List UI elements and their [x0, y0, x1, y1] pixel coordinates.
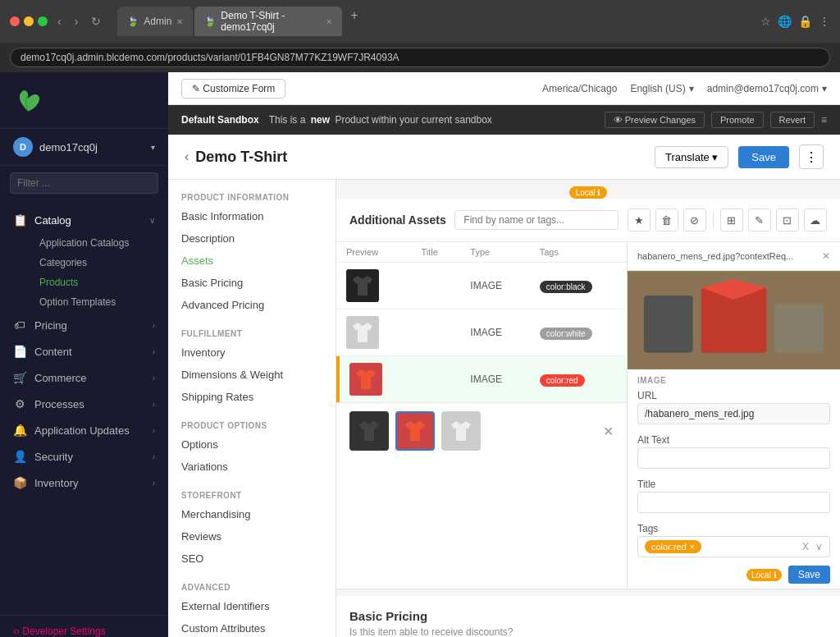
- promote-btn[interactable]: Promote: [711, 112, 764, 128]
- assets-search-input[interactable]: [454, 210, 619, 230]
- sandbox-menu-icon[interactable]: ≡: [821, 114, 827, 126]
- tag-chip-remove-btn[interactable]: ×: [690, 543, 695, 552]
- developer-settings-link[interactable]: ‹› Developer Settings: [13, 626, 155, 637]
- left-nav-dimensions[interactable]: Dimensions & Weight: [168, 364, 336, 386]
- translate-btn[interactable]: Translate ▾: [655, 146, 728, 168]
- left-nav-custom-attrs[interactable]: Custom Attributes: [168, 617, 336, 637]
- back-icon[interactable]: ‹: [185, 149, 189, 164]
- table-row[interactable]: IMAGE color:black: [336, 263, 627, 309]
- local-badge-container: Local ℹ: [336, 180, 840, 199]
- more-options-btn[interactable]: ⋮: [799, 144, 824, 169]
- edit-btn[interactable]: ✎: [748, 209, 771, 231]
- revert-btn[interactable]: Revert: [770, 112, 815, 128]
- customize-form-btn[interactable]: ✎ Customize Form: [181, 79, 285, 99]
- left-nav-shipping-rates[interactable]: Shipping Rates: [168, 386, 336, 408]
- sidebar-item-categories[interactable]: Categories: [26, 253, 168, 273]
- sidebar-search-input[interactable]: [10, 172, 158, 194]
- thumbnail-red[interactable]: [395, 411, 435, 451]
- sidebar-item-processes[interactable]: ⚙ Processes ›: [0, 391, 168, 417]
- image-filename: habanero_mens_red.jpg?contextReq...: [637, 251, 822, 261]
- sidebar-item-pricing[interactable]: 🏷 Pricing ›: [0, 312, 168, 338]
- left-nav-inventory[interactable]: Inventory: [168, 341, 336, 364]
- forward-btn[interactable]: ›: [71, 13, 82, 30]
- left-nav-assets[interactable]: Assets: [168, 250, 336, 272]
- sidebar-footer: ‹› Developer Settings: [0, 615, 168, 637]
- left-nav-variations[interactable]: Variations: [168, 456, 336, 478]
- sidebar-user[interactable]: D demo17cq0j ▾: [0, 129, 168, 166]
- left-nav-external-ids[interactable]: External Identifiers: [168, 595, 336, 617]
- asset-type-cell: IMAGE: [460, 356, 529, 403]
- sidebar-item-option-templates[interactable]: Option Templates: [26, 292, 168, 312]
- left-nav-description[interactable]: Description: [168, 227, 336, 250]
- preview-changes-btn[interactable]: 👁 Preview Changes: [605, 112, 705, 128]
- asset-title-cell: [412, 263, 461, 309]
- left-nav-seo[interactable]: SEO: [168, 548, 336, 570]
- cloud-btn[interactable]: ☁: [804, 209, 827, 231]
- row-selected-indicator: [336, 356, 340, 402]
- sidebar-item-catalog[interactable]: 📋 Catalog ∨: [0, 207, 168, 233]
- block-btn[interactable]: ⊘: [683, 209, 706, 231]
- tab-admin-close[interactable]: ✕: [176, 17, 183, 26]
- copy-btn[interactable]: ⊡: [776, 209, 799, 231]
- sandbox-info: Default Sandbox This is a new Product wi…: [181, 114, 492, 126]
- tags-clear-btn[interactable]: X: [799, 541, 812, 552]
- col-preview: Preview: [336, 242, 412, 263]
- left-nav-basic-pricing[interactable]: Basic Pricing: [168, 272, 336, 294]
- star-btn[interactable]: ★: [628, 209, 651, 231]
- language-label: English (US): [630, 83, 685, 94]
- browser-titlebar: ‹ › ↻ 🍃 Admin ✕ 🍃 Demo T-Shirt - demo17c…: [0, 0, 840, 43]
- table-row[interactable]: IMAGE color:red: [336, 356, 627, 403]
- main-panel: Local ℹ Additional Assets ★ 🗑 ⊘: [336, 180, 840, 637]
- tag-chip-red: color:red ×: [645, 540, 701, 553]
- asset-preview-red: [349, 363, 382, 396]
- language-selector[interactable]: English (US) ▾: [630, 83, 693, 94]
- sidebar-item-security[interactable]: 👤 Security ›: [0, 443, 168, 470]
- left-nav-advanced-pricing[interactable]: Advanced Pricing: [168, 294, 336, 316]
- thumb-tshirt-white: [446, 416, 476, 446]
- admin-menu[interactable]: admin@demo17cq0j.com ▾: [707, 83, 827, 94]
- image-save-btn[interactable]: Save: [788, 566, 830, 584]
- minimize-dot[interactable]: [24, 16, 34, 26]
- tab-admin[interactable]: 🍃 Admin ✕: [117, 7, 193, 36]
- tab-product-close[interactable]: ✕: [326, 17, 332, 26]
- assets-section: Additional Assets ★ 🗑 ⊘ ⊞ ✎ ⊡ ☁: [336, 199, 840, 589]
- back-btn[interactable]: ‹: [54, 13, 65, 30]
- svg-rect-5: [774, 304, 824, 353]
- title-input[interactable]: [637, 492, 830, 513]
- left-nav-storefront: STOREFRONT Merchandising Reviews SEO: [168, 491, 336, 570]
- left-nav-reviews[interactable]: Reviews: [168, 525, 336, 548]
- delete-btn[interactable]: 🗑: [655, 209, 678, 231]
- left-nav-options[interactable]: Options: [168, 433, 336, 456]
- sidebar-item-content[interactable]: 📄 Content ›: [0, 338, 168, 364]
- left-nav-storefront-label: STOREFRONT: [168, 491, 336, 503]
- sidebar-item-inventory[interactable]: 📦 Inventory ›: [0, 470, 168, 496]
- col-title: Title: [412, 242, 461, 263]
- new-tab-btn[interactable]: +: [344, 7, 364, 36]
- sidebar-item-commerce[interactable]: 🛒 Commerce ›: [0, 364, 168, 391]
- thumbnails-close-btn[interactable]: ✕: [603, 424, 614, 439]
- left-nav-basic-info[interactable]: Basic Information: [168, 205, 336, 227]
- save-btn[interactable]: Save: [738, 146, 789, 168]
- table-row[interactable]: IMAGE color:white: [336, 309, 627, 356]
- refresh-btn[interactable]: ↻: [88, 13, 104, 30]
- tab-product[interactable]: 🍃 Demo T-Shirt - demo17cq0j ✕: [194, 7, 342, 36]
- left-nav-merchandising[interactable]: Merchandising: [168, 503, 336, 525]
- address-bar[interactable]: [10, 48, 830, 67]
- local-badge-top: Local ℹ: [569, 186, 608, 199]
- sidebar-item-app-catalogs[interactable]: Application Catalogs: [26, 233, 168, 253]
- tags-chevron-icon[interactable]: ∨: [815, 541, 823, 552]
- maximize-dot[interactable]: [38, 16, 48, 26]
- close-dot[interactable]: [10, 16, 20, 26]
- image-panel-close-btn[interactable]: ✕: [822, 250, 830, 262]
- asset-tags-cell: color:white: [530, 309, 627, 356]
- sidebar-item-products[interactable]: Products: [26, 273, 168, 292]
- thumbnail-black[interactable]: [349, 411, 389, 451]
- url-input[interactable]: [637, 403, 830, 424]
- alt-text-input[interactable]: [637, 447, 830, 469]
- thumbnail-white[interactable]: [441, 411, 481, 451]
- tags-input-area[interactable]: color:red × X ∨: [637, 536, 830, 557]
- sidebar-item-app-updates[interactable]: 🔔 Application Updates ›: [0, 417, 168, 443]
- grid-btn[interactable]: ⊞: [720, 209, 743, 231]
- product-back: ‹ Demo T-Shirt: [185, 149, 287, 166]
- left-nav-product-info: PRODUCT INFORMATION Basic Information De…: [168, 193, 336, 316]
